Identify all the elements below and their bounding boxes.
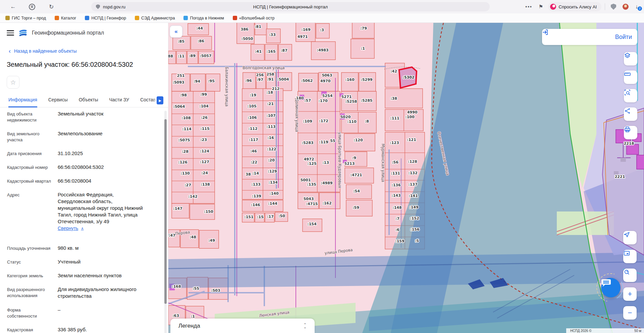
share-button[interactable] xyxy=(624,107,637,121)
bookmark-item[interactable]: ГИС Торги – прод xyxy=(5,16,46,20)
parcel-title: Земельный участок: 66:56:0208004:5302 xyxy=(7,61,168,68)
parcel-label: :121 xyxy=(407,138,416,142)
favorite-button[interactable]: ☆ xyxy=(7,76,19,89)
map-canvas[interactable]: Волгодонская улицаБалакинская улицаДолин… xyxy=(168,23,644,333)
map-area[interactable]: Волгодонская улицаБалакинская улицаДолин… xyxy=(168,23,644,333)
bookmark-icon[interactable]: ⚑ xyxy=(536,2,546,12)
profile-extension-icon[interactable] xyxy=(621,2,631,12)
parcel-label: :120 xyxy=(354,138,363,142)
parcel-label: :133 xyxy=(251,182,260,187)
parcel-label: :107 xyxy=(266,113,275,118)
legend-toggle-icon[interactable]: ⌃⌄ xyxy=(304,324,307,328)
parcel-label: 5020 xyxy=(340,115,351,119)
browser-logo-icon[interactable]: Я xyxy=(27,2,37,12)
info-rows: Вид объекта недвижимостиЗемельный участо… xyxy=(0,107,168,333)
bookmark-item[interactable]: Погода в Нижнем xyxy=(183,16,224,20)
info-value: 66:56:0208004 xyxy=(58,178,147,184)
screen: ← Я ↻ nspd.gov.ru НСПД | Геоинформационн… xyxy=(0,0,644,333)
tab-Состав[interactable]: Состав xyxy=(140,97,156,107)
parcel-label: :13 xyxy=(322,160,329,165)
locate-button[interactable] xyxy=(623,231,637,244)
login-button[interactable]: Войти xyxy=(542,29,637,45)
scale-label: 50 м xyxy=(634,329,641,333)
parcel-label: :137 xyxy=(408,182,417,187)
parcel-label: 5063 xyxy=(322,73,332,78)
back-icon[interactable]: ← xyxy=(8,2,18,12)
info-value: Земли населенных пунктов xyxy=(58,272,147,279)
zoom-in-button[interactable]: + xyxy=(623,287,637,301)
object-search-button[interactable] xyxy=(624,89,637,102)
area-search-button[interactable] xyxy=(623,269,637,282)
favicon-icon xyxy=(233,16,237,20)
download-icon[interactable]: ↓2 xyxy=(633,4,641,10)
parcel-label: :136 xyxy=(391,183,401,187)
info-value: Земельный участок xyxy=(58,110,147,117)
tab-Сервисы[interactable]: Сервисы xyxy=(48,97,68,107)
parcel-label: :105 xyxy=(247,104,256,108)
parcel-label: :131 xyxy=(391,171,400,176)
url-bar[interactable]: nspd.gov.ru НСПД | Геоинформационный пор… xyxy=(91,2,490,11)
ruler-button[interactable] xyxy=(624,70,637,84)
legend-panel[interactable]: Легенда ⌃⌄ xyxy=(170,319,315,333)
parcel-label: :170 xyxy=(318,99,328,103)
minimap-button[interactable] xyxy=(623,250,637,263)
bookmark-item[interactable]: «Волшебный остр xyxy=(233,16,274,20)
parcel-label: :87 xyxy=(281,48,287,53)
parcel-label: :111 xyxy=(390,116,399,121)
parcel-label: :99 xyxy=(200,92,207,97)
info-value: Учтенный xyxy=(58,258,147,265)
parcel-label: :117 xyxy=(249,138,258,142)
tab-Части ЗУ[interactable]: Части ЗУ xyxy=(109,97,129,107)
parcel-label: 4970 xyxy=(320,79,331,83)
tab-Объекты[interactable]: Объекты xyxy=(79,97,98,107)
parcel-label: :15 xyxy=(257,215,264,219)
login-icon xyxy=(542,29,549,36)
parcel-label: :110 xyxy=(347,120,357,124)
info-value: 66:56:0208004:5302 xyxy=(58,164,147,171)
parcel-label: :47 xyxy=(169,233,175,238)
shield-extension-icon[interactable] xyxy=(608,2,619,12)
info-value: 31.10.2025 xyxy=(58,150,147,157)
chat-fab[interactable] xyxy=(601,278,621,297)
reload-icon[interactable]: ↻ xyxy=(46,2,56,12)
parcel-label: :1 xyxy=(361,46,365,51)
parcel-label: :132 xyxy=(408,171,417,175)
tab-Информация[interactable]: Информация xyxy=(8,97,37,107)
parcel-label: :124 xyxy=(200,149,209,153)
bookmark-item[interactable]: Каталог xyxy=(55,16,76,20)
info-value: 980 кв. м xyxy=(58,245,147,251)
zoom-out-button[interactable]: − xyxy=(623,306,637,320)
panel-scrollbar-thumb[interactable] xyxy=(164,119,167,304)
info-row: Кадастровый квартал66:56:0208004 xyxy=(0,178,168,184)
parcel-label: :142 xyxy=(188,194,197,199)
info-label: Категория земель xyxy=(7,272,58,279)
parcel-label: :135 xyxy=(307,182,316,187)
print-button[interactable] xyxy=(624,126,637,139)
collapse-panel-button[interactable]: « xyxy=(170,26,182,38)
tabs-scroll-right-button[interactable]: ▶ xyxy=(157,96,163,104)
alice-button[interactable]: Спросить Алису AI xyxy=(548,2,601,11)
parcel-label: :4721 xyxy=(350,173,362,177)
layers-button[interactable] xyxy=(624,52,637,65)
parcel-label: :123 xyxy=(390,141,399,145)
parcel-label: :55 xyxy=(193,286,199,291)
info-label: Кадастровая стоимость xyxy=(7,326,58,333)
parcel-label: :149 xyxy=(409,205,418,209)
chat-icon xyxy=(601,278,611,287)
bookmarks-bar: ГИС Торги – продКаталогНСПД | ГеоинфорСЭ… xyxy=(0,13,644,23)
info-label: Вид разрешенного использования xyxy=(7,286,58,299)
bookmark-item[interactable]: СЭД Администра xyxy=(135,16,175,20)
info-label: Дата присвоения xyxy=(7,150,58,157)
back-to-results-link[interactable]: ‹ Назад в найденные объекты xyxy=(9,48,168,54)
favicon-icon xyxy=(85,16,89,20)
more-icon[interactable]: ••• xyxy=(524,2,534,12)
collapse-address-link[interactable]: Свернуть∧ xyxy=(58,226,84,231)
menu-icon[interactable] xyxy=(7,30,14,36)
parcel-label: :165 xyxy=(266,49,275,54)
portal-logo-icon xyxy=(18,29,28,37)
parcel-label: :95 xyxy=(208,79,215,83)
legend-title: Легенда xyxy=(178,323,304,329)
bookmark-item[interactable]: НСПД | Геоинфор xyxy=(85,16,126,20)
info-label: Вид земельного участка xyxy=(7,130,58,143)
info-row: Вид разрешенного использованияДля индиви… xyxy=(0,286,168,299)
